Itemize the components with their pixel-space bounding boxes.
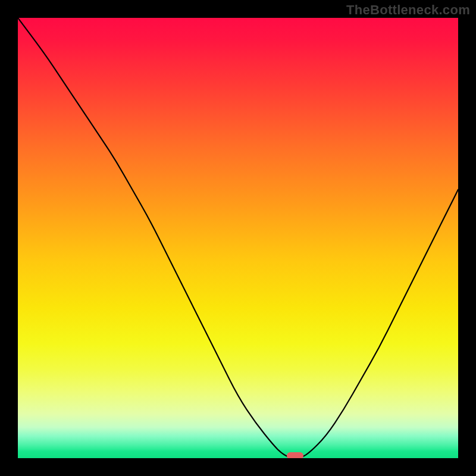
chart-frame: TheBottleneck.com <box>0 0 476 476</box>
plot-area <box>18 18 458 458</box>
bottleneck-curve-svg <box>18 18 458 458</box>
watermark-text: TheBottleneck.com <box>346 2 470 18</box>
bottleneck-curve-path <box>18 18 458 458</box>
optimal-point-marker <box>287 452 303 458</box>
